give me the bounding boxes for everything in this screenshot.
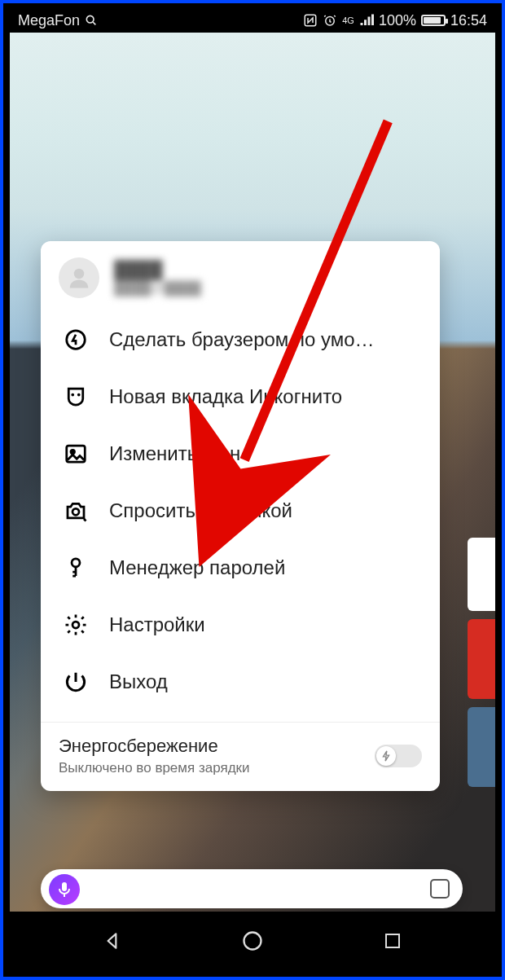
svg-point-4 xyxy=(74,269,85,279)
nav-back-button[interactable] xyxy=(96,925,129,957)
carrier-label: MegaFon xyxy=(18,12,80,29)
menu-label: Спросить картинкой xyxy=(109,499,292,522)
menu-label: Сделать браузером по умо… xyxy=(109,328,375,351)
energy-subtitle: Выключено во время зарядки xyxy=(59,760,250,776)
battery-icon xyxy=(421,15,446,26)
wallpaper: ████ ████@████ Сделать браузером по умо…… xyxy=(10,33,495,912)
menu-label: Менеджер паролей xyxy=(109,556,285,579)
svg-point-10 xyxy=(72,622,79,628)
browser-menu-popup: ████ ████@████ Сделать браузером по умо…… xyxy=(41,241,440,791)
yandex-icon xyxy=(62,326,90,354)
nfc-icon xyxy=(303,13,318,28)
search-icon xyxy=(85,14,98,27)
menu-label: Настройки xyxy=(109,613,205,636)
key-icon xyxy=(62,554,90,582)
omnibox[interactable] xyxy=(41,869,463,908)
side-tab-red[interactable] xyxy=(468,619,495,699)
nav-home-button[interactable] xyxy=(236,925,269,957)
svg-rect-13 xyxy=(386,934,399,947)
svg-rect-3 xyxy=(62,882,67,891)
profile-email: ████@████ xyxy=(114,280,201,297)
camera-search-icon xyxy=(62,497,90,525)
svg-point-8 xyxy=(72,508,79,515)
energy-title: Энергосбережение xyxy=(59,736,250,757)
side-tab-white[interactable] xyxy=(468,538,495,611)
profile-row[interactable]: ████ ████@████ xyxy=(41,241,440,310)
menu-settings[interactable]: Настройки xyxy=(41,596,440,653)
menu-exit[interactable]: Выход xyxy=(41,653,440,710)
image-icon xyxy=(62,440,90,468)
energy-toggle[interactable] xyxy=(375,745,422,767)
android-nav-bar xyxy=(10,912,495,970)
nav-recent-button[interactable] xyxy=(376,925,409,957)
svg-point-7 xyxy=(71,450,75,454)
alarm-icon xyxy=(323,13,337,28)
svg-point-12 xyxy=(244,933,261,950)
menu-image-search[interactable]: Спросить картинкой xyxy=(41,482,440,539)
divider xyxy=(41,722,440,723)
tabs-icon[interactable] xyxy=(430,879,450,899)
menu-passwords[interactable]: Менеджер паролей xyxy=(41,539,440,596)
avatar xyxy=(59,257,99,298)
svg-point-0 xyxy=(86,15,94,23)
menu-label: Изменить фон xyxy=(109,442,240,465)
status-bar: MegaFon 4G 100% 16:54 xyxy=(10,8,495,33)
svg-point-9 xyxy=(72,559,80,567)
network-label: 4G xyxy=(342,16,354,25)
menu-label: Новая вкладка Инкогнито xyxy=(109,385,342,408)
menu-incognito[interactable]: Новая вкладка Инкогнито xyxy=(41,368,440,425)
bolt-icon xyxy=(376,746,396,766)
profile-name: ████ xyxy=(114,258,201,280)
menu-change-wallpaper[interactable]: Изменить фон xyxy=(41,425,440,482)
menu-label: Выход xyxy=(109,670,168,693)
side-tab-blue[interactable] xyxy=(468,707,495,787)
menu-default-browser[interactable]: Сделать браузером по умо… xyxy=(41,311,440,368)
gear-icon xyxy=(62,611,90,639)
signal-icon xyxy=(359,14,374,27)
clock: 16:54 xyxy=(450,12,487,29)
battery-pct: 100% xyxy=(379,12,416,29)
energy-saving-row[interactable]: Энергосбережение Выключено во время заря… xyxy=(41,726,440,789)
mask-icon xyxy=(62,383,90,411)
voice-search-icon[interactable] xyxy=(49,874,80,905)
power-icon xyxy=(62,668,90,696)
